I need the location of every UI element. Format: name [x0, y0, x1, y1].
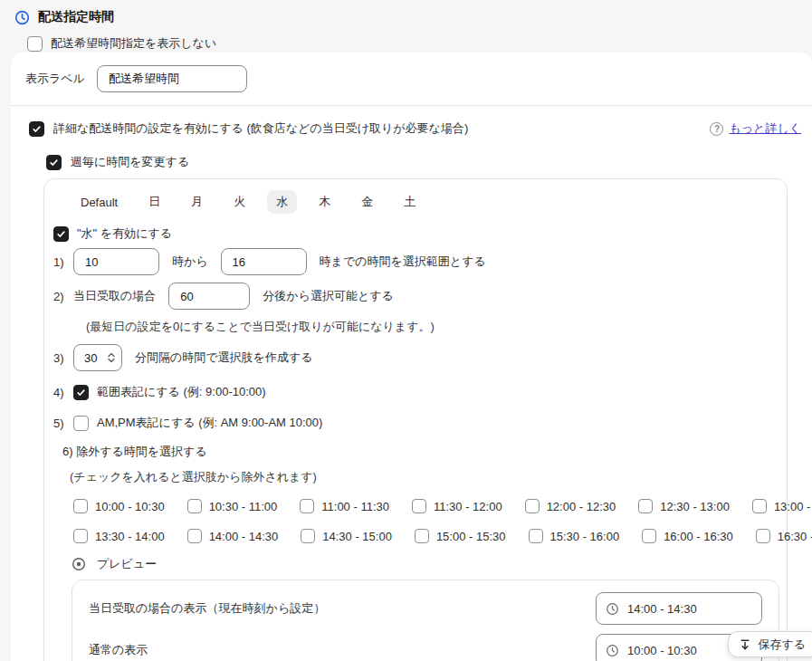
hide-time-label: 配送希望時間指定を表示しない — [51, 35, 216, 52]
same-day-time-value: 14:00 - 14:30 — [627, 602, 697, 616]
slot-label: 14:00 - 14:30 — [209, 530, 279, 543]
tab-tuesday[interactable]: 火 — [224, 190, 254, 214]
interval-row: 3) 30 分間隔の時間で選択肢を作成する — [53, 344, 787, 371]
slot-label: 11:30 - 12:00 — [434, 500, 502, 513]
slot-label: 15:00 - 15:30 — [436, 530, 506, 543]
time-slot-row-1: 10:00 - 10:30 10:30 - 11:00 11:00 - 11:3… — [73, 499, 787, 513]
more-details-link[interactable]: もっと詳しく — [729, 120, 801, 137]
section-header: 配送指定時間 — [0, 0, 812, 25]
slot-checkbox[interactable] — [752, 499, 767, 513]
slot-label: 14:30 - 15:00 — [322, 530, 392, 543]
slot-checkbox[interactable] — [529, 529, 543, 543]
row1-number: 1) — [53, 255, 73, 269]
same-day-note: (最短日の設定を0にすることで当日受け取りが可能になります。) — [86, 319, 787, 335]
page-title: 配送指定時間 — [38, 9, 114, 25]
same-day-prefix: 当日受取の場合 — [73, 288, 156, 304]
preview-header: プレビュー — [72, 556, 787, 572]
range-notation-checkbox[interactable] — [73, 385, 89, 400]
slot-label: 12:00 - 12:30 — [547, 500, 616, 513]
hide-time-option-row: 配送希望時間指定を表示しない — [27, 35, 812, 52]
slot-label: 13:00 - 13:30 — [774, 500, 812, 513]
preview-normal-label: 通常の表示 — [89, 642, 148, 658]
save-icon — [739, 638, 751, 651]
enable-day-row: "水" を有効にする — [53, 225, 787, 242]
save-button[interactable]: 保存する — [728, 631, 812, 657]
slot-checkbox[interactable] — [73, 529, 88, 543]
clock-icon — [606, 644, 619, 657]
to-hour-suffix: 時までの時間を選択範囲とする — [320, 254, 486, 270]
slot-checkbox[interactable] — [300, 499, 314, 513]
tab-wednesday[interactable]: 水 — [267, 190, 297, 214]
slot-label: 10:30 - 11:00 — [209, 500, 278, 513]
slot-label: 13:30 - 14:00 — [95, 530, 165, 543]
tab-default[interactable]: Default — [72, 192, 127, 213]
slot-label: 11:00 - 11:30 — [321, 500, 389, 513]
enable-detail-label: 詳細な配送時間の設定を有効にする (飲食店などの当日受け取りが必要な場合) — [53, 120, 468, 137]
updown-chevron-icon — [107, 352, 116, 363]
weekly-change-checkbox[interactable] — [46, 155, 62, 170]
from-hour-input[interactable] — [73, 248, 159, 275]
slot-checkbox[interactable] — [525, 499, 540, 513]
settings-card: 表示ラベル 詳細な配送時間の設定を有効にする (飲食店などの当日受け取りが必要な… — [11, 53, 812, 661]
help-icon[interactable]: ? — [710, 122, 723, 136]
slot-label: 10:00 - 10:30 — [95, 500, 165, 513]
interval-value: 30 — [84, 351, 97, 365]
tab-sunday[interactable]: 日 — [139, 190, 169, 214]
range-notation-label: 範囲表記にする (例: 9:00-10:00) — [97, 384, 266, 400]
slot-label: 12:30 - 13:00 — [660, 500, 730, 513]
row2-number: 2) — [53, 290, 73, 303]
row5-number: 5) — [53, 417, 73, 430]
slot-checkbox[interactable] — [187, 529, 202, 543]
interval-suffix: 分間隔の時間で選択肢を作成する — [135, 350, 313, 366]
clock-icon — [14, 10, 30, 25]
offset-minutes-input[interactable] — [168, 283, 250, 310]
display-label-caption: 表示ラベル — [25, 71, 85, 87]
same-day-offset-row: 2) 当日受取の場合 分後から選択可能とする — [53, 283, 787, 310]
same-day-time-select[interactable]: 14:00 - 14:30 — [596, 592, 762, 625]
enable-detail-checkbox[interactable] — [29, 121, 44, 137]
tab-thursday[interactable]: 木 — [310, 190, 339, 214]
slot-checkbox[interactable] — [638, 499, 653, 513]
save-button-label: 保存する — [758, 637, 806, 653]
slot-checkbox[interactable] — [415, 529, 429, 543]
tab-saturday[interactable]: 土 — [395, 190, 425, 214]
ampm-notation-label: AM,PM表記にする (例: AM 9:00-AM 10:00) — [97, 415, 322, 431]
exclude-time-note: (チェックを入れると選択肢から除外されます) — [70, 469, 787, 485]
detail-settings-section: 詳細な配送時間の設定を有効にする (飲食店などの当日受け取りが必要な場合) ? … — [11, 106, 812, 661]
ampm-notation-checkbox[interactable] — [73, 416, 89, 431]
display-label-input[interactable] — [97, 65, 247, 92]
clock-icon — [606, 602, 619, 616]
slot-label: 16:00 - 16:30 — [664, 530, 733, 543]
slot-label: 15:30 - 16:00 — [550, 530, 620, 543]
enable-day-label: "水" を有効にする — [77, 225, 172, 242]
weekly-change-label: 週毎に時間を変更する — [71, 154, 189, 170]
slot-checkbox[interactable] — [187, 499, 202, 513]
normal-time-value: 10:00 - 10:30 — [627, 644, 697, 657]
range-notation-row: 4) 範囲表記にする (例: 9:00-10:00) — [53, 384, 787, 400]
interval-select[interactable]: 30 — [73, 344, 122, 371]
time-slot-row-2: 13:30 - 14:00 14:00 - 14:30 14:30 - 15:0… — [73, 529, 787, 543]
day-settings-panel: Default 日 月 火 水 木 金 土 "水" を有効にする 1) 時から — [43, 178, 788, 661]
slot-checkbox[interactable] — [642, 529, 656, 543]
tab-monday[interactable]: 月 — [182, 190, 212, 214]
slot-checkbox[interactable] — [412, 499, 426, 513]
slot-checkbox[interactable] — [73, 499, 88, 513]
hide-time-checkbox[interactable] — [27, 36, 43, 52]
to-hour-input[interactable] — [221, 248, 307, 275]
row4-number: 4) — [53, 386, 73, 399]
tab-friday[interactable]: 金 — [352, 190, 382, 214]
row3-number: 3) — [53, 351, 73, 365]
preview-same-day-row: 当日受取の場合の表示（現在時刻から設定） 14:00 - 14:30 — [89, 589, 762, 627]
same-day-suffix: 分後から選択可能とする — [263, 288, 394, 304]
slot-checkbox[interactable] — [756, 529, 770, 543]
from-hour-suffix: 時から — [172, 254, 208, 270]
preview-box: 当日受取の場合の表示（現在時刻から設定） 14:00 - 14:30 通常の表示 — [72, 580, 779, 661]
preview-same-day-label: 当日受取の場合の表示（現在時刻から設定） — [89, 600, 325, 617]
enable-day-checkbox[interactable] — [53, 226, 69, 242]
day-tabs: Default 日 月 火 水 木 金 土 — [72, 190, 787, 214]
eye-icon — [72, 557, 86, 571]
ampm-notation-row: 5) AM,PM表記にする (例: AM 9:00-AM 10:00) — [53, 415, 787, 431]
slot-checkbox[interactable] — [301, 529, 315, 543]
preview-normal-row: 通常の表示 10:00 - 10:30 — [89, 631, 762, 661]
slot-label: 16:30 - 17:00 — [778, 530, 812, 543]
